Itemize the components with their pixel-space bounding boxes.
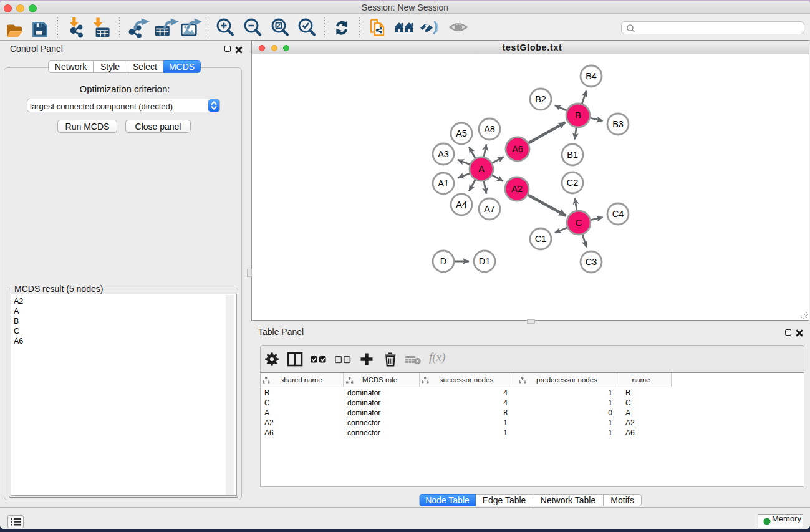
svg-text:A7: A7 (484, 204, 495, 214)
svg-text:C: C (576, 218, 582, 228)
svg-text:A2: A2 (511, 184, 523, 194)
svg-text:C2: C2 (567, 178, 579, 188)
svg-text:A8: A8 (484, 124, 495, 134)
svg-text:C3: C3 (586, 257, 597, 267)
svg-text:B4: B4 (586, 71, 597, 81)
svg-text:C4: C4 (612, 209, 624, 219)
svg-text:C1: C1 (535, 234, 547, 244)
svg-text:A6: A6 (512, 144, 523, 154)
svg-text:B1: B1 (567, 150, 578, 160)
svg-text:B: B (575, 110, 581, 120)
svg-text:D1: D1 (479, 256, 491, 266)
svg-text:A1: A1 (438, 178, 449, 188)
svg-text:D: D (440, 256, 446, 266)
svg-text:B3: B3 (612, 119, 624, 129)
svg-text:A: A (478, 164, 485, 174)
svg-text:A3: A3 (438, 149, 449, 159)
svg-text:B2: B2 (535, 94, 546, 104)
svg-text:A4: A4 (456, 200, 467, 210)
svg-text:A5: A5 (456, 128, 467, 138)
